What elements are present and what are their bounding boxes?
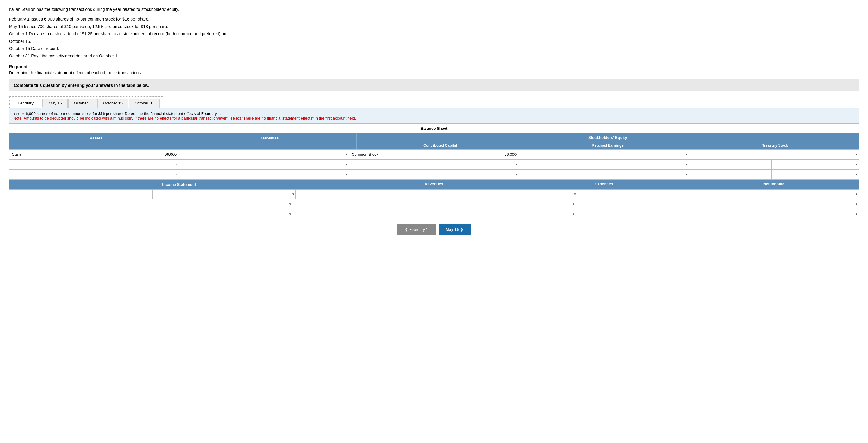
re-label-2 — [519, 160, 602, 169]
is-exp-arrow-2[interactable]: ▼ — [572, 202, 575, 206]
ts-label-3 — [689, 169, 772, 179]
tab-february1[interactable]: February 1 — [12, 99, 42, 108]
is-sub-headers: Revenues Expenses Net Income — [349, 180, 859, 189]
is-rev-arrow-2[interactable]: ▼ — [288, 202, 291, 206]
ts-value-3: ▼ — [772, 169, 859, 179]
intro-line4: October 1 Declares a cash dividend of $1… — [9, 30, 859, 37]
liability-dropdown-arrow-1[interactable]: ▼ — [345, 153, 348, 156]
is-rev-label-3 — [9, 210, 149, 219]
main-table: Balance Sheet Assets Liabilities Stockho… — [9, 123, 859, 219]
is-title: Income Statement — [9, 180, 349, 189]
is-ni-arrow-2[interactable]: ▼ — [855, 202, 858, 206]
is-rev-arrow-1[interactable]: ▼ — [292, 193, 295, 196]
is-ni-val-3: ▼ — [715, 210, 859, 219]
is-exp-label-3 — [292, 210, 432, 219]
ts-dropdown-arrow-1[interactable]: ▼ — [855, 153, 858, 156]
header-se-title: Stockholders' Equity — [357, 133, 859, 142]
ts-dropdown-arrow-3[interactable]: ▼ — [855, 172, 858, 176]
required-text: Determine the financial statement effect… — [9, 70, 859, 75]
ts-value-2: ▼ — [772, 160, 859, 169]
re-value-1: ▼ — [604, 150, 689, 159]
is-exp-arrow-1[interactable]: ▼ — [574, 193, 577, 196]
re-label-3 — [519, 169, 602, 179]
is-ni-label-2 — [576, 199, 715, 209]
prev-button[interactable]: ❮ February 1 — [398, 224, 435, 235]
income-statement-section: Income Statement Revenues Expenses Net I… — [9, 179, 859, 219]
re-dropdown-arrow-2[interactable]: ▼ — [685, 163, 688, 166]
is-rev-val-1: ▼ — [153, 190, 296, 199]
liability-value-2: ▼ — [262, 160, 349, 169]
is-rev-label-2 — [9, 199, 149, 209]
cc-dropdown-arrow-1[interactable]: ▼ — [515, 153, 518, 156]
is-header-net-income: Net Income — [689, 180, 859, 189]
tabs-container: February 1 May 15 October 1 October 15 O… — [9, 96, 163, 108]
re-dropdown-arrow-1[interactable]: ▼ — [685, 153, 688, 156]
required-section: Required: Determine the financial statem… — [9, 64, 859, 75]
is-ni-label-3 — [576, 210, 715, 219]
required-label: Required: — [9, 64, 859, 69]
re-label-1 — [519, 150, 604, 159]
asset-dropdown-arrow-1[interactable]: ▼ — [175, 153, 178, 156]
intro-line3: May 15 Issues 700 shares of $10 par valu… — [9, 23, 859, 30]
is-exp-val-1: ▼ — [434, 190, 578, 199]
is-exp-val-2: ▼ — [432, 199, 576, 209]
liability-dropdown-arrow-3[interactable]: ▼ — [345, 172, 348, 176]
intro-line1: Italian Stallion has the following trans… — [9, 6, 859, 13]
cc-label-2 — [349, 160, 432, 169]
asset-value-2: ▼ — [92, 160, 180, 169]
cc-label-1: Common Stock — [349, 150, 434, 159]
asset-label-1: Cash — [9, 150, 94, 159]
is-rev-label-1 — [9, 190, 153, 199]
tab-may15[interactable]: May 15 — [43, 99, 68, 108]
is-rev-val-2: ▼ — [149, 199, 292, 209]
asset-value-1: 96,000 ▼ — [94, 150, 180, 159]
is-exp-label-1 — [296, 190, 434, 199]
asset-dropdown-arrow-3[interactable]: ▼ — [175, 172, 178, 176]
tab-october31[interactable]: October 31 — [129, 99, 160, 108]
intro-line2: February 1 Issues 6,000 shares of no-par… — [9, 16, 859, 22]
liability-label-2 — [179, 160, 262, 169]
nav-buttons: ❮ February 1 May 15 ❯ — [9, 224, 859, 235]
intro-section: Italian Stallion has the following trans… — [9, 6, 859, 59]
liability-dropdown-arrow-2[interactable]: ▼ — [345, 163, 348, 166]
bs-header-row: Assets Liabilities Stockholders' Equity … — [9, 133, 859, 149]
is-header: Income Statement Revenues Expenses Net I… — [9, 180, 859, 189]
cc-value-3: ▼ — [432, 169, 519, 179]
liability-value-3: ▼ — [262, 169, 349, 179]
liability-label-3 — [179, 169, 262, 179]
header-cc: Contributed Capital — [357, 142, 524, 149]
next-button[interactable]: May 15 ❯ — [438, 224, 470, 235]
tab-october1[interactable]: October 1 — [68, 99, 97, 108]
re-value-2: ▼ — [602, 160, 689, 169]
cc-dropdown-arrow-3[interactable]: ▼ — [515, 172, 518, 176]
is-header-expenses: Expenses — [519, 180, 689, 189]
bs-data-row-2: ▼ ▼ ▼ ▼ ▼ — [9, 159, 859, 169]
re-value-3: ▼ — [602, 169, 689, 179]
bs-data-row-3: ▼ ▼ ▼ ▼ ▼ — [9, 169, 859, 179]
is-data-row-1: ▼ ▼ ▼ — [9, 189, 859, 199]
is-data-row-2: ▼ ▼ ▼ — [9, 199, 859, 209]
tab-october15[interactable]: October 15 — [97, 99, 128, 108]
ts-label-1 — [689, 150, 774, 159]
re-dropdown-arrow-3[interactable]: ▼ — [685, 172, 688, 176]
is-rev-arrow-3[interactable]: ▼ — [288, 213, 291, 216]
ts-value-1: ▼ — [774, 150, 859, 159]
header-se-group: Stockholders' Equity Contributed Capital… — [357, 133, 859, 149]
note-box: Issues 6,000 shares of no-par common sto… — [9, 108, 859, 123]
asset-dropdown-arrow-2[interactable]: ▼ — [175, 163, 178, 166]
is-ni-arrow-3[interactable]: ▼ — [855, 213, 858, 216]
instruction-text: Complete this question by entering your … — [14, 83, 149, 88]
intro-line6: October 15 Date of record. — [9, 45, 859, 52]
asset-value-3: ▼ — [92, 169, 180, 179]
is-ni-val-2: ▼ — [715, 199, 859, 209]
is-ni-arrow-1[interactable]: ▼ — [855, 193, 858, 196]
balance-sheet-title: Balance Sheet — [9, 124, 859, 133]
header-ts: Treasury Stock — [691, 142, 859, 149]
cc-dropdown-arrow-2[interactable]: ▼ — [515, 163, 518, 166]
is-exp-arrow-3[interactable]: ▼ — [572, 213, 575, 216]
intro-line7: October 31 Pays the cash dividend declar… — [9, 53, 859, 59]
is-exp-val-3: ▼ — [432, 210, 576, 219]
bs-data-row-1: Cash 96,000 ▼ ▼ Common Stock 96,000 ▼ ▼ — [9, 149, 859, 159]
note-sub: Note: Amounts to be deducted should be i… — [13, 116, 356, 120]
ts-dropdown-arrow-2[interactable]: ▼ — [855, 163, 858, 166]
